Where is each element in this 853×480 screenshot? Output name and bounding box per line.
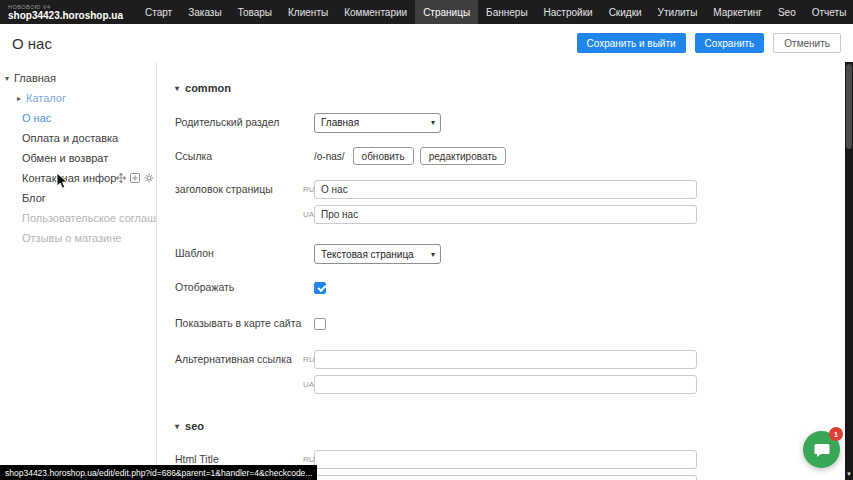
nav-item-orders[interactable]: Заказы <box>180 0 229 24</box>
section-common-header[interactable]: ▾ common <box>175 82 853 94</box>
page-title-label: заголовок страницы <box>175 180 303 199</box>
nav-item-settings[interactable]: Настройки <box>536 0 601 24</box>
section-seo-title: seo <box>185 420 204 432</box>
tree-item-label: Пользовательское соглашение <box>22 212 156 224</box>
tree-item-contact-info[interactable]: Контактная инфор <box>0 168 156 188</box>
section-common-title: common <box>185 82 231 94</box>
page-title-ua-input[interactable] <box>314 205 697 224</box>
template-label: Шаблон <box>175 244 303 263</box>
sitemap-checkbox[interactable] <box>314 318 326 330</box>
parent-section-row: Родительский раздел Главная <box>175 112 853 133</box>
parent-section-select[interactable]: Главная <box>314 113 441 133</box>
page-title-ru-input[interactable] <box>314 180 697 199</box>
tree-item-label: Отзывы о магазине <box>22 232 121 244</box>
caret-down-icon: ▾ <box>175 422 179 431</box>
tree-item-user-agreement[interactable]: Пользовательское соглашение <box>0 208 156 228</box>
tree-item-label: Блог <box>22 192 46 204</box>
page-edit-form: ▾ common Родительский раздел Главная Ссы… <box>157 62 853 480</box>
tree-item-hover-actions <box>116 173 156 183</box>
ru-lang-label: RU <box>303 350 314 369</box>
chat-notification-badge: 1 <box>829 427 843 441</box>
gear-icon[interactable] <box>144 173 154 183</box>
save-button[interactable]: Сохранить <box>695 33 765 53</box>
tree-item-label: Каталог <box>26 92 66 104</box>
sitemap-row: Показывать в карте сайта <box>175 314 853 333</box>
template-select-wrap: Текстовая страница <box>314 244 441 265</box>
link-edit-button[interactable]: редактировать <box>420 147 506 165</box>
tree-item-label: Обмен и возврат <box>22 152 108 164</box>
section-seo-header[interactable]: ▾ seo <box>175 420 853 432</box>
nav-item-reports[interactable]: Отчеты <box>804 0 853 24</box>
ru-lang-label: RU <box>303 180 314 199</box>
tree-item-label: Оплата и доставка <box>22 132 118 144</box>
tree-item-home[interactable]: ▾ Главная <box>0 68 156 88</box>
brand-shop-name: shop34423.horoshop.ua <box>8 10 123 21</box>
alt-link-label: Альтернативная ссылка <box>175 350 303 369</box>
tree-item-catalog[interactable]: ▸ Каталог <box>0 88 156 108</box>
nav-item-discounts[interactable]: Скидки <box>601 0 650 24</box>
scrollbar-thumb[interactable] <box>846 64 852 149</box>
add-page-icon[interactable] <box>130 173 140 183</box>
parent-section-label: Родительский раздел <box>175 113 303 132</box>
page-title: О нас <box>12 35 52 52</box>
tree-item-label: Контактная инфор <box>22 172 116 184</box>
header-actions: Сохранить и выйти Сохранить Отменить <box>577 33 842 53</box>
page-header: О нас Сохранить и выйти Сохранить Отмени… <box>0 24 853 62</box>
nav-item-seo[interactable]: Seo <box>770 0 804 24</box>
template-select[interactable]: Текстовая страница <box>314 244 441 264</box>
chat-widget-button[interactable]: 1 <box>803 431 840 468</box>
topbar: НОВОВОЮ V4 shop34423.horoshop.ua Старт З… <box>0 0 853 24</box>
tree-item-about-selected[interactable]: О нас <box>0 108 156 128</box>
caret-down-icon[interactable]: ▾ <box>5 74 14 83</box>
move-icon[interactable] <box>116 173 126 183</box>
top-navigation: Старт Заказы Товары Клиенты Комментарии … <box>137 0 853 24</box>
sitemap-label: Показывать в карте сайта <box>175 314 303 333</box>
scroll-down-arrow-icon[interactable]: ▼ <box>845 471 853 477</box>
brand-logo[interactable]: НОВОВОЮ V4 shop34423.horoshop.ua <box>0 0 137 24</box>
page-title-row: заголовок страницы RU UA <box>175 180 853 224</box>
nav-item-utilities[interactable]: Утилиты <box>650 0 706 24</box>
display-label: Отображать <box>175 278 303 297</box>
scrollbar[interactable]: ▼ <box>845 62 853 480</box>
html-title-label: Html Title <box>175 453 219 465</box>
caret-right-icon[interactable]: ▸ <box>17 94 26 103</box>
link-label: Ссылка <box>175 147 303 166</box>
alt-link-row: Альтернативная ссылка RU UA <box>175 350 853 394</box>
cancel-button[interactable]: Отменить <box>773 33 841 53</box>
tree-item-shop-reviews[interactable]: Отзывы о магазине <box>0 228 156 248</box>
tree-item-label: Главная <box>14 72 56 84</box>
html-title-ru-input[interactable] <box>314 450 697 469</box>
html-title-ua-input[interactable] <box>314 475 697 480</box>
nav-item-clients[interactable]: Клиенты <box>280 0 336 24</box>
alt-link-ru-input[interactable] <box>314 350 697 369</box>
template-row: Шаблон Текстовая страница <box>175 244 853 265</box>
tree-item-label: О нас <box>22 112 51 124</box>
ua-lang-label: UA <box>303 375 314 394</box>
browser-status-url: shop34423.horoshop.ua/edit/edit.php?id=6… <box>0 465 317 480</box>
save-and-exit-button[interactable]: Сохранить и выйти <box>577 33 686 53</box>
caret-down-icon: ▾ <box>175 84 179 93</box>
link-value: /o-nas/ <box>314 151 345 162</box>
nav-item-products[interactable]: Товары <box>230 0 280 24</box>
ua-lang-label: UA <box>303 205 314 224</box>
alt-link-ua-input[interactable] <box>314 375 697 394</box>
tree-item-blog[interactable]: Блог <box>0 188 156 208</box>
link-row: Ссылка /o-nas/ обновить редактировать <box>175 147 853 166</box>
nav-item-comments[interactable]: Комментарии <box>336 0 415 24</box>
link-refresh-button[interactable]: обновить <box>353 147 414 165</box>
nav-item-start[interactable]: Старт <box>137 0 180 24</box>
content-area: ▾ Главная ▸ Каталог О нас Оплата и доста… <box>0 62 853 480</box>
nav-item-banners[interactable]: Баннеры <box>478 0 535 24</box>
chat-bubble-icon <box>813 441 831 459</box>
display-checkbox[interactable] <box>314 282 326 294</box>
pages-tree-sidebar: ▾ Главная ▸ Каталог О нас Оплата и доста… <box>0 62 157 480</box>
nav-item-pages[interactable]: Страницы <box>415 0 478 24</box>
nav-item-marketing[interactable]: Маркетинг <box>705 0 770 24</box>
tree-item-exchange-return[interactable]: Обмен и возврат <box>0 148 156 168</box>
display-row: Отображать <box>175 278 853 297</box>
tree-item-payment-delivery[interactable]: Оплата и доставка <box>0 128 156 148</box>
parent-section-select-wrap: Главная <box>314 112 441 133</box>
